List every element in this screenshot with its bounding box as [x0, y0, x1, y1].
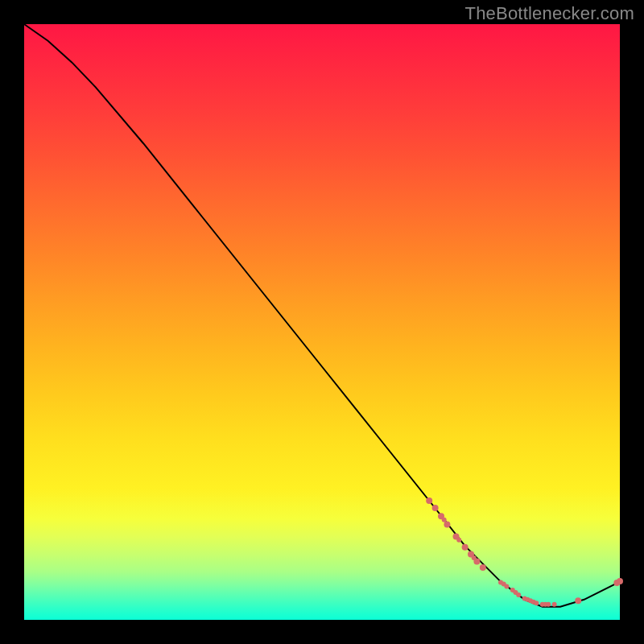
data-point: [617, 578, 623, 584]
chart-svg: [24, 24, 620, 620]
data-point: [552, 602, 557, 607]
attribution-label: TheBottlenecker.com: [465, 3, 634, 24]
data-point: [534, 601, 539, 605]
plot-area: [24, 24, 620, 620]
data-point: [473, 559, 480, 565]
chart-container: TheBottlenecker.com: [0, 0, 644, 644]
data-point: [546, 602, 551, 607]
data-point: [480, 564, 486, 571]
data-point: [456, 538, 461, 543]
data-point: [516, 592, 521, 597]
scatter-points: [426, 497, 623, 607]
data-point: [504, 584, 509, 589]
data-point: [462, 544, 469, 551]
data-point: [444, 522, 450, 528]
data-point: [432, 505, 439, 511]
bottleneck-curve: [24, 24, 620, 607]
data-point: [426, 497, 432, 504]
data-point: [575, 597, 581, 604]
data-point: [442, 518, 447, 522]
